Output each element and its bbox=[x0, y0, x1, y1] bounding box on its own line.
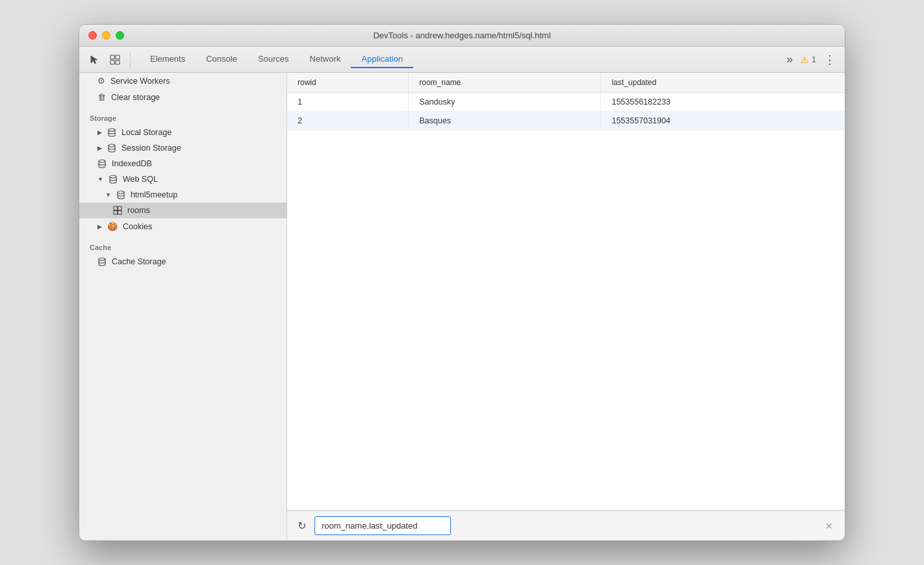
cell-room_name: Sandusky bbox=[409, 93, 601, 112]
tab-elements[interactable]: Elements bbox=[140, 51, 196, 68]
expand-icon: ▼ bbox=[105, 192, 111, 198]
svg-rect-9 bbox=[114, 207, 118, 210]
expand-icon: ▶ bbox=[97, 145, 102, 151]
tabs: Elements Console Sources Network Applica… bbox=[140, 51, 781, 68]
sidebar-label-indexeddb: IndexedDB bbox=[112, 159, 152, 168]
more-tabs-button[interactable]: » bbox=[784, 53, 795, 66]
svg-rect-11 bbox=[114, 211, 118, 215]
cookie-icon: 🍪 bbox=[107, 221, 118, 231]
sidebar-item-indexeddb[interactable]: IndexedDB bbox=[79, 156, 287, 171]
svg-point-4 bbox=[109, 129, 115, 131]
sidebar-label-rooms: rooms bbox=[127, 206, 150, 215]
sidebar-item-clear-storage[interactable]: 🗑 Clear storage bbox=[79, 89, 287, 105]
table-icon bbox=[113, 206, 122, 215]
sidebar-item-web-sql[interactable]: ▼ Web SQL bbox=[79, 171, 287, 187]
trash-icon: 🗑 bbox=[97, 92, 106, 102]
cell-last_updated: 1553557031904 bbox=[601, 112, 845, 131]
cell-rowid: 2 bbox=[287, 112, 409, 131]
close-button[interactable] bbox=[88, 31, 97, 40]
traffic-lights bbox=[88, 31, 124, 40]
devtools-window: DevTools - andrew.hedges.name/html5/sql.… bbox=[79, 24, 845, 541]
query-input-wrapper: ✕ bbox=[314, 516, 838, 535]
titlebar: DevTools - andrew.hedges.name/html5/sql.… bbox=[79, 25, 845, 47]
query-input[interactable] bbox=[314, 516, 451, 535]
tab-network[interactable]: Network bbox=[300, 51, 352, 68]
storage-section-header: Storage bbox=[79, 105, 287, 125]
tab-console[interactable]: Console bbox=[196, 51, 248, 68]
maximize-button[interactable] bbox=[116, 31, 124, 40]
sidebar-item-rooms[interactable]: rooms bbox=[79, 203, 287, 218]
minimize-button[interactable] bbox=[102, 31, 110, 40]
toolbar: Elements Console Sources Network Applica… bbox=[79, 47, 845, 73]
warning-badge: ⚠ 1 bbox=[801, 55, 816, 65]
svg-rect-12 bbox=[118, 211, 122, 215]
svg-point-5 bbox=[109, 144, 115, 147]
tab-sources[interactable]: Sources bbox=[248, 51, 300, 68]
main-area: ⚙ Service Workers 🗑 Clear storage Storag… bbox=[79, 73, 845, 540]
table-row: 1Sandusky1553556182233 bbox=[287, 93, 845, 112]
table-header-row: rowid room_name last_updated bbox=[287, 73, 845, 93]
query-bar: ↻ ✕ bbox=[287, 510, 845, 540]
menu-button[interactable]: ⋮ bbox=[821, 53, 838, 67]
sidebar-item-local-storage[interactable]: ▶ Local Storage bbox=[79, 125, 287, 140]
svg-rect-10 bbox=[118, 207, 122, 210]
sidebar-item-cookies[interactable]: ▶ 🍪 Cookies bbox=[79, 218, 287, 234]
cell-rowid: 1 bbox=[287, 93, 409, 112]
svg-rect-3 bbox=[116, 60, 120, 64]
col-room-name: room_name bbox=[409, 73, 601, 93]
sidebar-item-service-workers[interactable]: ⚙ Service Workers bbox=[79, 73, 287, 89]
window-title: DevTools - andrew.hedges.name/html5/sql.… bbox=[373, 31, 550, 40]
warning-count: 1 bbox=[812, 55, 816, 64]
svg-point-6 bbox=[99, 160, 105, 162]
cursor-icon[interactable] bbox=[86, 51, 103, 68]
sidebar-label-cookies: Cookies bbox=[123, 222, 152, 231]
db-icon bbox=[107, 144, 116, 153]
inspect-icon[interactable] bbox=[107, 51, 123, 68]
toolbar-right: » ⚠ 1 ⋮ bbox=[784, 53, 838, 67]
sidebar-label-html5meetup: html5meetup bbox=[131, 190, 177, 199]
cell-last_updated: 1553556182233 bbox=[601, 93, 845, 112]
sidebar-label-web-sql: Web SQL bbox=[123, 175, 158, 184]
tab-application[interactable]: Application bbox=[351, 51, 413, 68]
sidebar-label-session-storage: Session Storage bbox=[122, 144, 181, 153]
cell-room_name: Basques bbox=[409, 112, 601, 131]
db-icon bbox=[107, 128, 116, 137]
db-icon bbox=[109, 175, 118, 184]
warning-icon: ⚠ bbox=[801, 55, 809, 65]
col-rowid: rowid bbox=[287, 73, 409, 93]
svg-point-13 bbox=[99, 258, 105, 260]
svg-point-8 bbox=[118, 191, 124, 194]
svg-point-7 bbox=[110, 175, 116, 178]
sidebar-label-clear-storage: Clear storage bbox=[111, 93, 160, 102]
sidebar-item-session-storage[interactable]: ▶ Session Storage bbox=[79, 140, 287, 156]
query-clear-button[interactable]: ✕ bbox=[825, 521, 833, 531]
gear-icon: ⚙ bbox=[97, 76, 105, 86]
data-table: rowid room_name last_updated 1Sandusky15… bbox=[287, 73, 845, 510]
expand-icon: ▼ bbox=[97, 176, 103, 182]
svg-rect-0 bbox=[110, 55, 114, 59]
expand-icon: ▶ bbox=[97, 129, 102, 136]
db-icon bbox=[97, 257, 107, 266]
refresh-button[interactable]: ↻ bbox=[294, 518, 309, 534]
sidebar-label-cache-storage: Cache Storage bbox=[112, 257, 166, 266]
db-icon bbox=[116, 190, 125, 199]
db-icon bbox=[97, 159, 107, 168]
sidebar-item-html5meetup[interactable]: ▼ html5meetup bbox=[79, 187, 287, 203]
svg-rect-2 bbox=[110, 60, 114, 64]
content-area: rowid room_name last_updated 1Sandusky15… bbox=[287, 73, 845, 540]
table-row: 2Basques1553557031904 bbox=[287, 112, 845, 131]
sidebar-label-service-workers: Service Workers bbox=[110, 77, 170, 86]
toolbar-icons bbox=[86, 51, 131, 68]
col-last-updated: last_updated bbox=[601, 73, 845, 93]
sidebar: ⚙ Service Workers 🗑 Clear storage Storag… bbox=[79, 73, 287, 540]
expand-icon: ▶ bbox=[97, 223, 102, 230]
svg-rect-1 bbox=[116, 55, 120, 59]
cache-section-header: Cache bbox=[79, 234, 287, 254]
sidebar-label-local-storage: Local Storage bbox=[122, 128, 172, 137]
sidebar-item-cache-storage[interactable]: Cache Storage bbox=[79, 254, 287, 270]
